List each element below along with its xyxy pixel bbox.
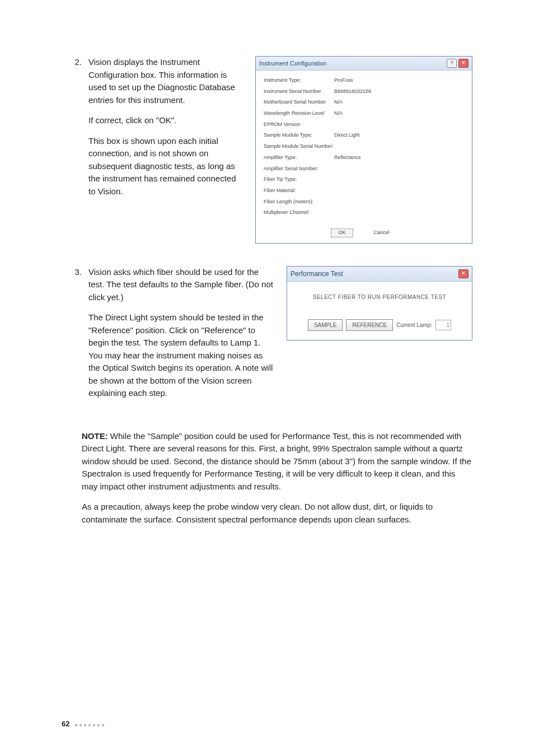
config-row: Instrument Serial NumberB868916032158	[264, 88, 464, 95]
help-icon[interactable]: ?	[447, 59, 457, 68]
step-2-p3: This box is shown upon each initial conn…	[88, 135, 244, 198]
current-lamp-value: 1	[435, 320, 451, 330]
fiber-select-row: SAMPLE REFERENCE Current Lamp: 1	[287, 311, 472, 340]
step-3-p2: The Direct Light system should be tested…	[88, 311, 275, 400]
config-label: Sample Module Type:	[264, 132, 334, 139]
dialog-message: SELECT FIBER TO RUN PERFORMANCE TEST	[287, 282, 472, 311]
instrument-config-dialog: Instrument Configuration ? ✕ Instrument …	[255, 56, 472, 244]
config-row: Fiber Material:	[264, 188, 464, 194]
sample-button[interactable]: SAMPLE	[308, 319, 343, 331]
step-2-p2: If correct, click on "OK".	[88, 114, 244, 127]
step-2-number: 2.	[62, 56, 88, 69]
config-label: Amplifier Serial Number:	[264, 166, 334, 172]
note-p2: As a precaution, always keep the probe w…	[82, 501, 472, 526]
config-label: Sample Module Serial Number:	[264, 143, 334, 150]
dialog-title: Instrument Configuration	[259, 59, 326, 67]
performance-test-dialog: Performance Test ✕ SELECT FIBER TO RUN P…	[287, 266, 472, 340]
config-value: N/A	[334, 99, 343, 106]
page-footer: 62	[62, 718, 105, 730]
config-row: Instrument Type:ProFoss	[264, 77, 464, 84]
config-value: ProFoss	[334, 77, 353, 84]
config-label: EPROM Version	[264, 122, 334, 128]
step-3-number: 3.	[62, 266, 88, 279]
step-2-text: Vision displays the Instrument Configura…	[88, 56, 255, 206]
step-3-text: Vision asks which fiber should be used f…	[88, 266, 287, 408]
config-row: Wavelength Revision LevelN/A	[264, 110, 464, 117]
cancel-button[interactable]: Cancel	[367, 228, 397, 237]
dialog-titlebar: Instrument Configuration ? ✕	[256, 57, 472, 71]
dialog-button-row: OK Cancel	[256, 224, 472, 243]
performance-test-dialog-wrap: Performance Test ✕ SELECT FIBER TO RUN P…	[287, 266, 472, 340]
close-icon[interactable]: ✕	[458, 59, 469, 68]
reference-button[interactable]: REFERENCE	[346, 319, 393, 331]
ok-button[interactable]: OK	[331, 228, 353, 237]
instrument-config-dialog-wrap: Instrument Configuration ? ✕ Instrument …	[255, 56, 472, 244]
config-label: Fiber Tip Type:	[264, 176, 334, 183]
config-row: EPROM Version	[264, 122, 464, 128]
note-label: NOTE:	[82, 431, 108, 441]
step-3-p1: Vision asks which fiber should be used f…	[88, 266, 275, 304]
note-p1: While the "Sample" position could be use…	[82, 431, 471, 491]
config-value: N/A	[334, 110, 343, 117]
dialog-body: Instrument Type:ProFoss Instrument Seria…	[256, 71, 472, 224]
config-row: Sample Module Serial Number:	[264, 143, 464, 150]
current-lamp-label: Current Lamp:	[396, 321, 432, 329]
config-row: Amplifier Serial Number:	[264, 166, 464, 172]
step-3-row: 3. Vision asks which fiber should be use…	[62, 266, 472, 408]
config-row: Fiber Length (meters):	[264, 199, 464, 206]
step-2-p1: Vision displays the Instrument Configura…	[88, 56, 244, 106]
config-row: Amplifier Type:Reflectance	[264, 155, 464, 161]
config-row: Multiplexer Channel:	[264, 209, 464, 216]
step-2-row: 2. Vision displays the Instrument Config…	[62, 56, 472, 244]
config-row: Fiber Tip Type:	[264, 176, 464, 183]
config-label: Fiber Material:	[264, 188, 334, 194]
config-label: Fiber Length (meters):	[264, 199, 334, 206]
page-number: 62	[62, 718, 69, 730]
dialog-titlebar: Performance Test ✕	[287, 267, 472, 282]
dialog-title: Performance Test	[291, 269, 343, 279]
note-block: NOTE: While the "Sample" position could …	[82, 430, 472, 526]
config-label: Multiplexer Channel:	[264, 209, 334, 216]
config-label: Wavelength Revision Level	[264, 110, 334, 117]
config-value: B868916032158	[334, 88, 371, 95]
config-row: Sample Module Type:Direct Light	[264, 132, 464, 139]
footer-dots-icon	[74, 718, 105, 730]
close-icon[interactable]: ✕	[458, 269, 469, 278]
config-row: Motherboard Serial NumberN/A	[264, 99, 464, 106]
config-label: Instrument Serial Number	[264, 88, 334, 95]
config-label: Amplifier Type:	[264, 155, 334, 161]
config-label: Motherboard Serial Number	[264, 99, 334, 106]
config-value: Direct Light	[334, 132, 360, 139]
config-label: Instrument Type:	[264, 77, 334, 84]
config-value: Reflectance	[334, 155, 361, 161]
